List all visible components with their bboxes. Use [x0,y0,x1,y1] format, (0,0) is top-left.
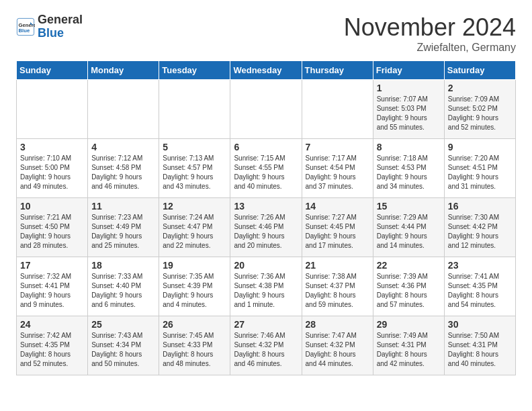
day-info: Sunrise: 7:26 AM Sunset: 4:46 PM Dayligh… [234,213,298,250]
calendar-cell: 8Sunrise: 7:18 AM Sunset: 4:53 PM Daylig… [373,139,444,198]
day-number: 14 [306,201,369,212]
day-info: Sunrise: 7:50 AM Sunset: 4:31 PM Dayligh… [448,331,512,369]
day-info: Sunrise: 7:49 AM Sunset: 4:31 PM Dayligh… [377,331,441,369]
day-info: Sunrise: 7:41 AM Sunset: 4:35 PM Dayligh… [448,272,512,310]
day-number: 10 [20,201,84,212]
day-number: 5 [163,142,226,152]
calendar-table: SundayMondayTuesdayWednesdayThursdayFrid… [16,60,516,375]
day-info: Sunrise: 7:38 AM Sunset: 4:37 PM Dayligh… [306,272,369,310]
day-number: 29 [377,319,441,330]
day-info: Sunrise: 7:12 AM Sunset: 4:58 PM Dayligh… [91,154,155,191]
day-info: Sunrise: 7:20 AM Sunset: 4:51 PM Dayligh… [448,154,512,191]
day-info: Sunrise: 7:07 AM Sunset: 5:03 PM Dayligh… [377,95,441,132]
day-number: 17 [20,260,84,271]
day-number: 22 [377,260,441,271]
day-number: 7 [306,142,369,152]
calendar-cell [230,80,302,139]
day-number: 18 [91,260,155,271]
day-number: 4 [91,142,155,152]
calendar-cell: 15Sunrise: 7:29 AM Sunset: 4:44 PM Dayli… [373,198,444,257]
day-info: Sunrise: 7:09 AM Sunset: 5:02 PM Dayligh… [448,95,512,132]
day-number: 9 [448,142,512,152]
weekday-header-row: SundayMondayTuesdayWednesdayThursdayFrid… [17,61,516,80]
page: General Blue General Blue November 2024 … [0,0,532,389]
day-info: Sunrise: 7:46 AM Sunset: 4:32 PM Dayligh… [234,331,298,369]
day-number: 26 [163,319,226,330]
calendar-cell: 11Sunrise: 7:23 AM Sunset: 4:49 PM Dayli… [88,198,159,257]
calendar-cell: 30Sunrise: 7:50 AM Sunset: 4:31 PM Dayli… [444,316,515,375]
day-info: Sunrise: 7:15 AM Sunset: 4:55 PM Dayligh… [234,154,298,191]
calendar-cell: 29Sunrise: 7:49 AM Sunset: 4:31 PM Dayli… [373,316,444,375]
day-info: Sunrise: 7:24 AM Sunset: 4:47 PM Dayligh… [163,213,226,250]
svg-text:Blue: Blue [19,28,30,34]
day-number: 25 [91,319,155,330]
day-info: Sunrise: 7:23 AM Sunset: 4:49 PM Dayligh… [91,213,155,250]
calendar-cell: 12Sunrise: 7:24 AM Sunset: 4:47 PM Dayli… [159,198,230,257]
day-info: Sunrise: 7:45 AM Sunset: 4:33 PM Dayligh… [163,331,226,369]
calendar-week-3: 10Sunrise: 7:21 AM Sunset: 4:50 PM Dayli… [17,198,516,257]
calendar-cell: 7Sunrise: 7:17 AM Sunset: 4:54 PM Daylig… [302,139,373,198]
day-number: 20 [234,260,298,271]
calendar-cell: 2Sunrise: 7:09 AM Sunset: 5:02 PM Daylig… [444,80,515,139]
day-info: Sunrise: 7:21 AM Sunset: 4:50 PM Dayligh… [20,213,84,250]
day-number: 13 [234,201,298,212]
calendar-cell: 20Sunrise: 7:36 AM Sunset: 4:38 PM Dayli… [230,257,302,316]
day-info: Sunrise: 7:33 AM Sunset: 4:40 PM Dayligh… [91,272,155,310]
day-number: 24 [20,319,84,330]
calendar-cell [17,80,88,139]
day-number: 16 [448,201,512,212]
calendar-cell: 3Sunrise: 7:10 AM Sunset: 5:00 PM Daylig… [17,139,88,198]
day-number: 6 [234,142,298,152]
calendar-week-4: 17Sunrise: 7:32 AM Sunset: 4:41 PM Dayli… [17,257,516,316]
calendar-week-5: 24Sunrise: 7:42 AM Sunset: 4:35 PM Dayli… [17,316,516,375]
calendar-cell: 18Sunrise: 7:33 AM Sunset: 4:40 PM Dayli… [88,257,159,316]
logo-line1: General [38,13,83,27]
day-number: 3 [20,142,84,152]
day-info: Sunrise: 7:13 AM Sunset: 4:57 PM Dayligh… [163,154,226,191]
calendar-cell: 14Sunrise: 7:27 AM Sunset: 4:45 PM Dayli… [302,198,373,257]
day-number: 23 [448,260,512,271]
day-info: Sunrise: 7:47 AM Sunset: 4:32 PM Dayligh… [306,331,369,369]
logo-icon: General Blue [16,17,35,36]
calendar-cell: 26Sunrise: 7:45 AM Sunset: 4:33 PM Dayli… [159,316,230,375]
calendar-cell: 4Sunrise: 7:12 AM Sunset: 4:58 PM Daylig… [88,139,159,198]
day-info: Sunrise: 7:36 AM Sunset: 4:38 PM Dayligh… [234,272,298,310]
day-info: Sunrise: 7:27 AM Sunset: 4:45 PM Dayligh… [306,213,369,250]
logo: General Blue General Blue [16,13,83,40]
calendar-cell: 27Sunrise: 7:46 AM Sunset: 4:32 PM Dayli… [230,316,302,375]
day-info: Sunrise: 7:30 AM Sunset: 4:42 PM Dayligh… [448,213,512,250]
calendar-cell: 10Sunrise: 7:21 AM Sunset: 4:50 PM Dayli… [17,198,88,257]
day-number: 27 [234,319,298,330]
calendar-cell [88,80,159,139]
calendar-cell: 24Sunrise: 7:42 AM Sunset: 4:35 PM Dayli… [17,316,88,375]
title-block: November 2024 Zwiefalten, Germany [344,13,516,54]
location: Zwiefalten, Germany [344,42,516,54]
day-info: Sunrise: 7:43 AM Sunset: 4:34 PM Dayligh… [91,331,155,369]
weekday-header-tuesday: Tuesday [159,61,230,80]
weekday-header-wednesday: Wednesday [230,61,302,80]
month-title: November 2024 [344,13,516,42]
day-number: 12 [163,201,226,212]
calendar-week-2: 3Sunrise: 7:10 AM Sunset: 5:00 PM Daylig… [17,139,516,198]
calendar-cell: 17Sunrise: 7:32 AM Sunset: 4:41 PM Dayli… [17,257,88,316]
weekday-header-saturday: Saturday [444,61,515,80]
calendar-cell [302,80,373,139]
day-info: Sunrise: 7:29 AM Sunset: 4:44 PM Dayligh… [377,213,441,250]
calendar-cell: 1Sunrise: 7:07 AM Sunset: 5:03 PM Daylig… [373,80,444,139]
logo-line2: Blue [38,27,83,40]
calendar-cell [159,80,230,139]
day-number: 30 [448,319,512,330]
weekday-header-sunday: Sunday [17,61,88,80]
day-info: Sunrise: 7:18 AM Sunset: 4:53 PM Dayligh… [377,154,441,191]
calendar-cell: 6Sunrise: 7:15 AM Sunset: 4:55 PM Daylig… [230,139,302,198]
calendar-cell: 19Sunrise: 7:35 AM Sunset: 4:39 PM Dayli… [159,257,230,316]
day-number: 21 [306,260,369,271]
weekday-header-thursday: Thursday [302,61,373,80]
day-number: 1 [377,83,441,93]
calendar-cell: 25Sunrise: 7:43 AM Sunset: 4:34 PM Dayli… [88,316,159,375]
calendar-cell: 9Sunrise: 7:20 AM Sunset: 4:51 PM Daylig… [444,139,515,198]
weekday-header-monday: Monday [88,61,159,80]
calendar-cell: 21Sunrise: 7:38 AM Sunset: 4:37 PM Dayli… [302,257,373,316]
calendar-cell: 22Sunrise: 7:39 AM Sunset: 4:36 PM Dayli… [373,257,444,316]
calendar-cell: 5Sunrise: 7:13 AM Sunset: 4:57 PM Daylig… [159,139,230,198]
